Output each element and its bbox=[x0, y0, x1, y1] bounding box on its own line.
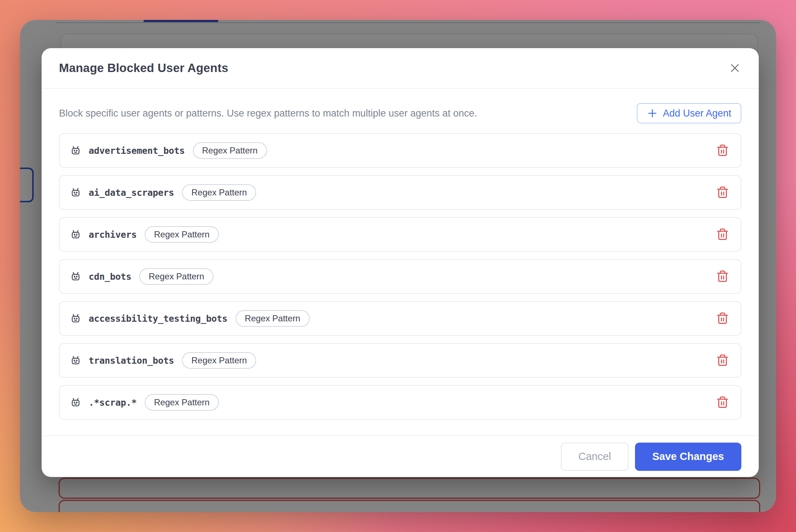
trash-icon bbox=[716, 354, 729, 367]
modal-body: Block specific user agents or patterns. … bbox=[42, 89, 759, 435]
trash-icon bbox=[716, 270, 729, 283]
close-button[interactable] bbox=[727, 60, 743, 76]
trash-icon bbox=[716, 186, 729, 199]
user-agent-name: ai_data_scrapers bbox=[89, 187, 174, 198]
regex-pattern-badge: Regex Pattern bbox=[182, 184, 256, 201]
trash-icon bbox=[716, 396, 729, 409]
user-agent-row: advertisement_bots Regex Pattern bbox=[59, 133, 741, 168]
bot-icon bbox=[70, 229, 81, 240]
bot-icon bbox=[70, 397, 81, 408]
modal-description: Block specific user agents or patterns. … bbox=[59, 108, 477, 119]
regex-pattern-badge: Regex Pattern bbox=[236, 310, 310, 327]
cancel-button[interactable]: Cancel bbox=[561, 443, 628, 471]
user-agent-list: advertisement_bots Regex Pattern ai_da bbox=[59, 133, 741, 420]
user-agent-name: .*scrap.* bbox=[89, 397, 137, 408]
bot-icon bbox=[70, 355, 81, 366]
x-icon bbox=[729, 62, 741, 74]
user-agent-name: accessibility_testing_bots bbox=[89, 313, 228, 324]
modal-footer: Cancel Save Changes bbox=[42, 435, 759, 477]
delete-user-agent-button[interactable] bbox=[715, 352, 731, 368]
bot-icon bbox=[70, 313, 81, 324]
user-agent-row: accessibility_testing_bots Regex Pattern bbox=[59, 301, 741, 336]
modal-title: Manage Blocked User Agents bbox=[59, 61, 228, 75]
user-agent-row: translation_bots Regex Pattern bbox=[59, 343, 741, 378]
save-changes-button[interactable]: Save Changes bbox=[635, 443, 741, 471]
desktop-background: Manage Blocked User Agents Block specifi… bbox=[0, 0, 796, 532]
regex-pattern-badge: Regex Pattern bbox=[145, 226, 219, 243]
modal-header: Manage Blocked User Agents bbox=[42, 48, 759, 89]
bot-icon bbox=[70, 271, 81, 282]
trash-icon bbox=[716, 144, 729, 157]
plus-icon bbox=[647, 108, 658, 119]
regex-pattern-badge: Regex Pattern bbox=[182, 352, 256, 369]
add-user-agent-button[interactable]: Add User Agent bbox=[637, 103, 741, 123]
user-agent-name: translation_bots bbox=[89, 355, 174, 366]
user-agent-row: .*scrap.* Regex Pattern bbox=[59, 385, 741, 420]
regex-pattern-badge: Regex Pattern bbox=[193, 142, 267, 159]
delete-user-agent-button[interactable] bbox=[715, 311, 731, 326]
delete-user-agent-button[interactable] bbox=[715, 143, 731, 159]
user-agent-name: advertisement_bots bbox=[89, 145, 185, 156]
bot-icon bbox=[70, 187, 81, 198]
trash-icon bbox=[716, 312, 729, 325]
delete-user-agent-button[interactable] bbox=[715, 185, 731, 200]
user-agent-row: archivers Regex Pattern bbox=[59, 217, 741, 252]
delete-user-agent-button[interactable] bbox=[715, 227, 731, 242]
description-row: Block specific user agents or patterns. … bbox=[59, 103, 741, 123]
user-agent-row: ai_data_scrapers Regex Pattern bbox=[59, 175, 741, 210]
bot-icon bbox=[70, 145, 81, 156]
regex-pattern-badge: Regex Pattern bbox=[145, 394, 219, 411]
user-agent-name: archivers bbox=[89, 229, 137, 240]
add-user-agent-label: Add User Agent bbox=[663, 108, 731, 119]
user-agent-name: cdn_bots bbox=[89, 271, 131, 282]
delete-user-agent-button[interactable] bbox=[715, 269, 731, 284]
trash-icon bbox=[716, 228, 729, 241]
regex-pattern-badge: Regex Pattern bbox=[139, 268, 213, 285]
delete-user-agent-button[interactable] bbox=[715, 394, 731, 410]
manage-blocked-user-agents-modal: Manage Blocked User Agents Block specifi… bbox=[42, 48, 759, 477]
user-agent-row: cdn_bots Regex Pattern bbox=[59, 259, 741, 294]
